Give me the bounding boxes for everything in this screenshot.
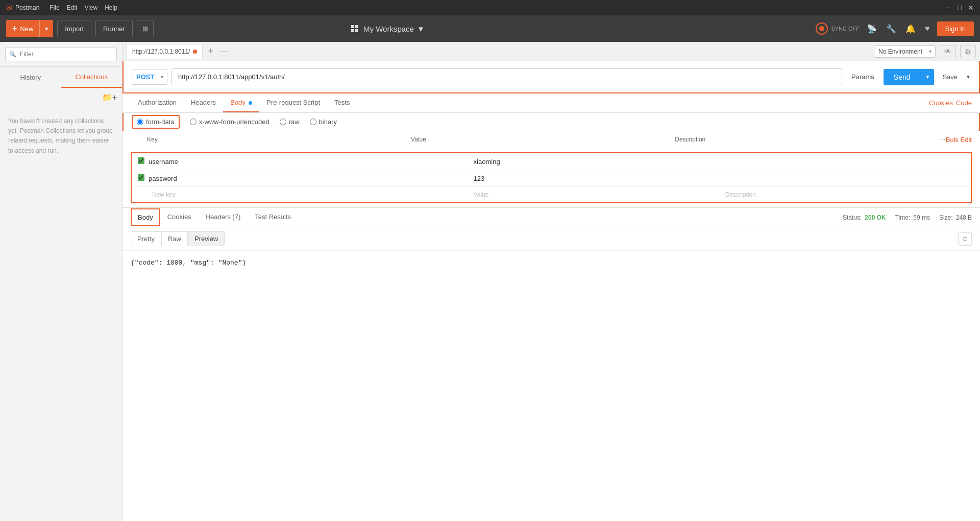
notifications-icon-button[interactable]: 🔔 bbox=[903, 22, 918, 36]
response-section: Body Cookies Headers (7) Test Results St… bbox=[122, 207, 980, 521]
bulk-edit-button[interactable]: Bulk Edit bbox=[946, 136, 972, 144]
title-bar: ✉ Postman File Edit View Help ─ □ ✕ bbox=[0, 0, 980, 15]
env-gear-button[interactable]: ⚙ bbox=[960, 45, 976, 58]
resp-raw-tab[interactable]: Raw bbox=[161, 231, 188, 246]
tab-tests[interactable]: Tests bbox=[327, 93, 357, 112]
req-tab-right: Cookies Code bbox=[929, 99, 972, 107]
resp-preview-tab[interactable]: Preview bbox=[188, 231, 225, 246]
new-key-row: New key Value Description bbox=[132, 187, 971, 203]
settings-icon-button[interactable]: 🔧 bbox=[884, 22, 898, 36]
tab-bar: http://127.0.0.1:8011/ + ··· No Environm… bbox=[122, 42, 980, 61]
sync-dot bbox=[819, 26, 824, 31]
table-row: username xiaoming bbox=[132, 153, 971, 170]
table-row: password 123 bbox=[132, 170, 971, 187]
row-1-value: xiaoming bbox=[474, 158, 500, 165]
new-button-dropdown[interactable]: ▼ bbox=[40, 20, 53, 37]
resp-pretty-tab[interactable]: Pretty bbox=[131, 231, 161, 246]
resp-tab-cookies[interactable]: Cookies bbox=[160, 208, 199, 227]
sidebar-actions: 📁+ bbox=[0, 88, 122, 106]
tab-more-button[interactable]: ··· bbox=[218, 47, 229, 56]
status-value: 200 OK bbox=[865, 214, 886, 221]
body-type-urlencoded[interactable]: x-www-form-urlencoded bbox=[190, 118, 270, 126]
save-button[interactable]: Save bbox=[938, 73, 962, 81]
request-tabs: Authorization Headers Body Pre-request S… bbox=[122, 93, 980, 113]
toolbar-right: SYNC OFF 📡 🔧 🔔 ♥ Sign In bbox=[816, 21, 974, 36]
menu-file[interactable]: File bbox=[50, 4, 59, 11]
tab-pre-request[interactable]: Pre-request Script bbox=[259, 93, 327, 112]
runner-button[interactable]: Runner bbox=[95, 20, 133, 37]
body-type-form-data[interactable]: form-data bbox=[132, 115, 180, 129]
menu-edit[interactable]: Edit bbox=[67, 4, 78, 11]
menu-view[interactable]: View bbox=[84, 4, 97, 11]
heart-icon-button[interactable]: ♥ bbox=[923, 22, 932, 35]
row-1-checkbox[interactable] bbox=[138, 157, 144, 164]
body-type-raw[interactable]: raw bbox=[280, 118, 300, 126]
body-type-binary[interactable]: binary bbox=[310, 118, 337, 126]
environment-select[interactable]: No EnvironmentDevelopmentProductionStagi… bbox=[874, 45, 936, 58]
url-input[interactable] bbox=[172, 68, 842, 85]
resp-status-area: Status: 200 OK Time: 59 ms Size: 248 B bbox=[843, 214, 972, 221]
response-tabs-bar: Body Cookies Headers (7) Test Results St… bbox=[122, 208, 980, 227]
new-button[interactable]: + New ▼ bbox=[6, 20, 53, 37]
resp-tab-headers[interactable]: Headers (7) bbox=[199, 208, 248, 227]
tab-history[interactable]: History bbox=[0, 67, 61, 88]
tab-collections[interactable]: Collections bbox=[61, 67, 122, 88]
close-button[interactable]: ✕ bbox=[968, 4, 974, 12]
request-tab[interactable]: http://127.0.0.1:8011/ bbox=[127, 44, 203, 59]
save-dropdown-button[interactable]: ▼ bbox=[966, 74, 971, 80]
env-dropdown-wrap: No EnvironmentDevelopmentProductionStagi… bbox=[874, 45, 936, 58]
content-area: http://127.0.0.1:8011/ + ··· No Environm… bbox=[122, 42, 980, 521]
resp-body-tabs: Pretty Raw Preview ⧉ bbox=[122, 227, 980, 251]
time-value: 59 ms bbox=[913, 214, 930, 221]
resp-body-tab-group: Pretty Raw Preview bbox=[131, 231, 225, 246]
params-button[interactable]: Params bbox=[846, 73, 879, 81]
sidebar: History Collections 📁+ You haven't creat… bbox=[0, 42, 122, 521]
plus-icon: + bbox=[12, 24, 17, 33]
sync-label: SYNC OFF bbox=[831, 26, 860, 32]
workspace-button[interactable]: My Workspace ▼ bbox=[351, 25, 425, 33]
tab-modified-dot bbox=[193, 50, 197, 54]
body-dot bbox=[249, 101, 252, 105]
main-layout: History Collections 📁+ You haven't creat… bbox=[0, 42, 980, 521]
menu-help[interactable]: Help bbox=[105, 4, 117, 11]
sidebar-search bbox=[0, 42, 122, 67]
table-more-button[interactable]: ··· bbox=[939, 135, 945, 144]
workspace-chevron-icon: ▼ bbox=[417, 25, 425, 33]
method-wrap: POST GET PUT DELETE PATCH bbox=[132, 69, 167, 85]
tab-authorization[interactable]: Authorization bbox=[131, 93, 184, 112]
code-link[interactable]: Code bbox=[956, 99, 972, 107]
new-window-button[interactable]: ⊞ bbox=[137, 20, 154, 37]
sidebar-empty-text: You haven't created any collections yet.… bbox=[0, 106, 122, 166]
tab-url: http://127.0.0.1:8011/ bbox=[132, 48, 190, 55]
request-bar: POST GET PUT DELETE PATCH Params Send ▼ … bbox=[122, 61, 980, 93]
resp-tab-test-results[interactable]: Test Results bbox=[248, 208, 298, 227]
maximize-button[interactable]: □ bbox=[958, 4, 962, 12]
env-selector: No EnvironmentDevelopmentProductionStagi… bbox=[874, 45, 976, 58]
size-value: 248 B bbox=[956, 214, 972, 221]
satellite-icon-button[interactable]: 📡 bbox=[865, 22, 879, 36]
minimize-button[interactable]: ─ bbox=[946, 4, 951, 12]
copy-response-button[interactable]: ⧉ bbox=[958, 232, 972, 246]
tab-body[interactable]: Body bbox=[223, 93, 259, 112]
add-tab-button[interactable]: + bbox=[205, 46, 216, 57]
app-name: Postman bbox=[15, 4, 39, 11]
send-button[interactable]: Send bbox=[884, 69, 921, 85]
new-folder-button[interactable]: 📁+ bbox=[102, 92, 117, 102]
env-eye-button[interactable]: 👁 bbox=[940, 45, 956, 58]
cookies-link[interactable]: Cookies bbox=[929, 99, 953, 107]
method-select[interactable]: POST GET PUT DELETE PATCH bbox=[132, 69, 167, 85]
new-button-main[interactable]: + New bbox=[6, 20, 40, 37]
resp-tab-body[interactable]: Body bbox=[131, 208, 160, 226]
sync-area: SYNC OFF bbox=[816, 22, 860, 35]
send-dropdown-button[interactable]: ▼ bbox=[921, 69, 935, 85]
size-label: Size: bbox=[939, 214, 953, 221]
signin-button[interactable]: Sign In bbox=[937, 21, 974, 36]
table-header-row: Key Value Description ··· Bulk Edit bbox=[122, 131, 980, 148]
new-button-label: New bbox=[20, 25, 33, 33]
row-2-checkbox[interactable] bbox=[138, 174, 144, 181]
tab-headers[interactable]: Headers bbox=[184, 93, 223, 112]
toolbar: + New ▼ Import Runner ⊞ My Workspace ▼ S… bbox=[0, 15, 980, 42]
import-button[interactable]: Import bbox=[57, 20, 91, 37]
filter-input[interactable] bbox=[5, 47, 117, 61]
window-controls: ─ □ ✕ bbox=[946, 4, 974, 12]
